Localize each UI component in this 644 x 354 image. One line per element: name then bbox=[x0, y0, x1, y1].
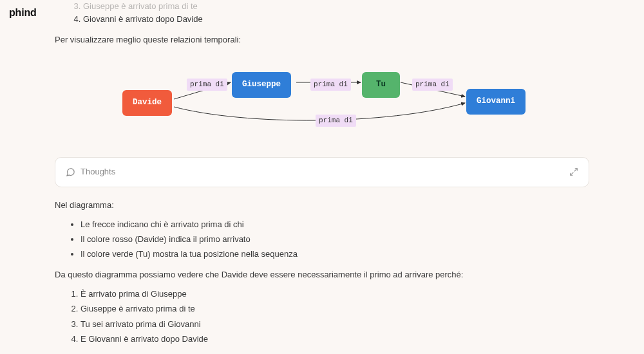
list-item: Giuseppe è arrivato prima di te bbox=[83, 0, 589, 13]
brand-logo[interactable]: phind bbox=[9, 5, 37, 21]
edge-label: prima di bbox=[412, 79, 453, 91]
answer-body: Giuseppe è arrivato prima di te Giovanni… bbox=[55, 0, 589, 354]
node-giuseppe: Giuseppe bbox=[232, 72, 291, 97]
edge-label: prima di bbox=[187, 79, 227, 91]
premise-list: Giuseppe è arrivato prima di te Giovanni… bbox=[83, 0, 589, 26]
edge-label: prima di bbox=[316, 115, 356, 127]
answer-container: Giuseppe è arrivato prima di te Giovanni… bbox=[55, 0, 589, 354]
flow-diagram: Davide Giuseppe Tu Giovanni prima di pri… bbox=[116, 64, 528, 142]
list-item: Il colore verde (Tu) mostra la tua posiz… bbox=[80, 248, 589, 261]
node-davide: Davide bbox=[122, 90, 172, 115]
node-giovanni: Giovanni bbox=[466, 89, 526, 114]
diagram-explain-heading: Nel diagramma: bbox=[55, 199, 589, 212]
list-item: Il colore rosso (Davide) indica il primo… bbox=[80, 233, 589, 246]
list-item: Tu sei arrivato prima di Giovanni bbox=[80, 318, 589, 331]
list-item: È arrivato prima di Giuseppe bbox=[80, 288, 589, 301]
legend-list: Le frecce indicano chi è arrivato prima … bbox=[80, 218, 589, 261]
edge-label: prima di bbox=[310, 79, 351, 91]
list-item: Giovanni è arrivato dopo Davide bbox=[83, 13, 589, 26]
diagram-intro: Per visualizzare meglio queste relazioni… bbox=[55, 33, 589, 46]
thoughts-icon bbox=[66, 167, 75, 177]
node-tu: Tu bbox=[362, 72, 400, 97]
reason-list: È arrivato prima di Giuseppe Giuseppe è … bbox=[80, 288, 589, 346]
expand-icon[interactable] bbox=[569, 167, 578, 176]
thoughts-toggle[interactable]: Thoughts bbox=[55, 157, 589, 187]
list-item: Giuseppe è arrivato prima di te bbox=[80, 303, 589, 315]
list-item: E Giovanni è arrivato dopo Davide bbox=[80, 333, 589, 346]
list-item: Le frecce indicano chi è arrivato prima … bbox=[80, 218, 589, 231]
thoughts-label: Thoughts bbox=[80, 165, 115, 178]
conclusion-intro: Da questo diagramma possiamo vedere che … bbox=[55, 268, 589, 281]
